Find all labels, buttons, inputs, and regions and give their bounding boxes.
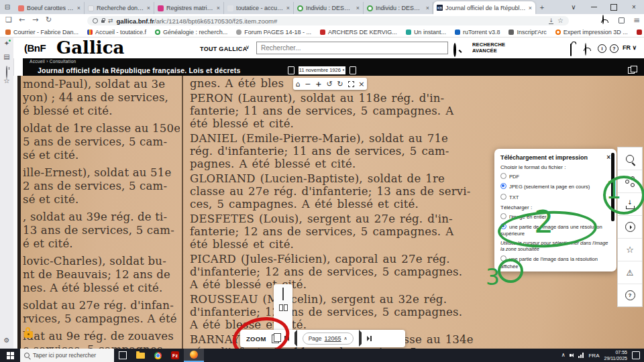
favorites-star-icon[interactable]: ☆	[0, 77, 13, 84]
zoom-in-icon[interactable]: +	[315, 80, 321, 88]
browser-tab[interactable]: KB Journal officiel de la Républiqu ×	[433, 1, 535, 14]
zoom-out-icon[interactable]: −	[305, 80, 311, 88]
browser-tab[interactable]: Boeuf carottes facile : Recette d ×	[15, 2, 85, 14]
next-page-button[interactable]	[359, 333, 362, 345]
rotate-left-icon[interactable]: ↺	[326, 80, 332, 88]
tab-close-icon[interactable]: ×	[217, 5, 220, 11]
bookmark-item[interactable]: Généalogie : recherch...	[155, 29, 227, 36]
calendar-icon[interactable]	[288, 66, 294, 74]
format-option-txt[interactable]: TXT	[500, 194, 610, 201]
back-icon[interactable]: ←	[19, 16, 25, 23]
favorite-button[interactable]: ☆	[618, 239, 642, 261]
basket-icon[interactable]	[570, 44, 572, 56]
advanced-search-link[interactable]: RECHERCHE AVANCÉE	[472, 42, 505, 54]
tracking-shield-icon[interactable]	[93, 18, 98, 23]
go-to-page-icon[interactable]	[350, 66, 356, 74]
report-problem-button[interactable]: ⚠	[618, 261, 642, 284]
last-page-button[interactable]	[367, 336, 372, 341]
browser-tab[interactable]: Recherche données DESFETES Louis ×	[85, 2, 154, 14]
file-explorer-button[interactable]	[131, 349, 149, 362]
scope-chevron-icon[interactable]: ∨	[246, 45, 250, 50]
bookmark-item[interactable]: ruTorrent v3.8	[455, 29, 500, 36]
format-option-pdf[interactable]: PDF	[500, 173, 610, 180]
chrome-button[interactable]	[149, 349, 166, 362]
settings-gear-icon[interactable]: ⚙	[0, 337, 13, 344]
bookmark-item[interactable]: Inscript'Arc	[508, 29, 546, 36]
gallica-logo[interactable]: Gallica	[56, 38, 124, 58]
double-page-view-icon[interactable]	[279, 304, 288, 311]
bookmark-item[interactable]: Forum PAGES 14-18 - ...	[236, 29, 311, 36]
sidebar-toggle-icon[interactable]: ❏	[5, 16, 12, 23]
help-button[interactable]: ?	[618, 284, 642, 306]
taskbar-search-input[interactable]: Taper ici pour rechercher	[20, 349, 114, 362]
save-page-icon[interactable]: ↓	[549, 18, 553, 24]
minimize-button[interactable]	[584, 0, 604, 14]
taskbar-clock[interactable]: 07:55 29/11/2025	[604, 349, 627, 361]
share-window-icon[interactable]	[628, 67, 635, 74]
page-number[interactable]: 12065	[325, 335, 341, 342]
crop-select-icon[interactable]	[348, 81, 354, 87]
format-option-jpeg[interactable]: JPEG (seulement la page en cours)	[500, 183, 610, 190]
tab-close-icon[interactable]: ×	[147, 5, 150, 11]
volume-icon[interactable]	[570, 353, 574, 357]
fit-home-icon[interactable]: ⌂	[295, 80, 300, 88]
start-button[interactable]	[0, 349, 20, 362]
keyboard-language[interactable]: FRA	[588, 353, 599, 359]
tab-actions-icon[interactable]: ⊟	[0, 0, 15, 14]
tab-close-icon[interactable]: ×	[529, 5, 532, 11]
page-chevron-icon[interactable]: ∧	[344, 337, 347, 341]
notification-center-icon[interactable]	[632, 351, 640, 359]
browser-tab[interactable]: toutatice - accueil - ELEN ×	[224, 2, 294, 14]
search-scope-select[interactable]: TOUT GALLICA	[200, 46, 247, 52]
reload-icon[interactable]: ↻	[46, 16, 52, 23]
tab-close-icon[interactable]: ×	[356, 5, 360, 11]
toolbar-close-icon[interactable]: ×	[358, 80, 364, 88]
tab-close-icon[interactable]: ×	[286, 5, 290, 11]
maximize-button[interactable]	[604, 0, 624, 14]
new-tab-button[interactable]: +	[535, 0, 549, 14]
search-icon[interactable]	[453, 44, 456, 56]
previous-page-button[interactable]	[294, 333, 297, 345]
lock-icon[interactable]	[101, 20, 105, 23]
info-icon[interactable]: i	[598, 44, 606, 53]
tab-search-chevron-icon[interactable]: ∨	[564, 0, 584, 14]
network-icon[interactable]	[578, 353, 584, 358]
gallica-search-input[interactable]: Rechercher...	[256, 42, 448, 54]
help-icon[interactable]: ?	[610, 44, 619, 53]
browser-tab[interactable]: Registres matricules militaires ×	[154, 2, 224, 14]
tab-close-icon[interactable]: ×	[77, 5, 80, 11]
single-page-view-icon[interactable]	[282, 288, 284, 300]
account-icon[interactable]	[585, 44, 586, 56]
menu-icon[interactable]: ≡	[633, 16, 640, 24]
bookmark-item[interactable]: ARCHERS DE KERVIG...	[320, 29, 397, 36]
breadcrumb[interactable]: Accueil › Consultation	[23, 58, 644, 64]
sparkle-icon[interactable]: ✦	[0, 40, 13, 47]
rotate-right-icon[interactable]: ↻	[337, 80, 343, 88]
bookmark-star-icon[interactable]: ☆	[557, 17, 564, 24]
bnf-logo[interactable]: (BnF	[24, 42, 46, 54]
bookmark-item[interactable]: Courrier - Fabrice Dan...	[5, 29, 78, 36]
tab-close-icon[interactable]: ×	[426, 5, 429, 11]
language-select[interactable]: FR ∨	[623, 44, 637, 51]
forward-icon[interactable]: →	[32, 16, 38, 23]
extensions-icon[interactable]	[619, 17, 625, 23]
issue-date-select[interactable]: 11 novembre 1926▾	[299, 66, 345, 74]
panel-close-icon[interactable]: ×	[606, 154, 610, 161]
profile-icon[interactable]	[602, 15, 604, 23]
browser-tab[interactable]: Individu : DESFETES Louis - Rec ×	[364, 2, 433, 14]
filezilla-button[interactable]: Fz	[166, 349, 184, 362]
collections-icon[interactable]: ▤	[0, 54, 13, 60]
firefox-button[interactable]	[184, 349, 204, 362]
search-in-document-button[interactable]	[618, 147, 642, 170]
hidden-icons-chevron[interactable]: ∧	[561, 353, 566, 358]
browser-tab[interactable]: Individu : DESFETES Louis - Rec ×	[294, 2, 364, 14]
bookmark-item[interactable]: Un instant...	[406, 29, 446, 36]
audio-play-button[interactable]	[618, 216, 642, 239]
url-field[interactable]: ⇄ gallica.bnf.fr/ark:/12148/bpt6k6517053…	[87, 16, 569, 25]
bookmark-item[interactable]: Accueil - toutatice.f	[87, 29, 146, 36]
close-button[interactable]: ×	[624, 0, 644, 14]
task-view-button[interactable]	[114, 349, 131, 362]
bookmark-item[interactable]: Banque et assurances ...	[637, 29, 644, 36]
bookmark-item[interactable]: Expert impression 3D ...	[555, 29, 628, 36]
page-number-field[interactable]: Page 12065 ∧	[303, 333, 354, 345]
